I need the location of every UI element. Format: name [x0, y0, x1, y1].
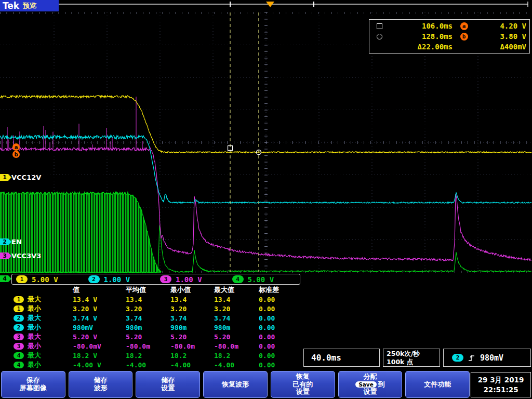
- measurement-header: 标准差: [258, 285, 300, 295]
- channel-2-pill: 2: [88, 275, 100, 283]
- acquisition-readout: 250k次/秒 100k 点: [383, 349, 440, 367]
- measurement-cell: 3.20: [213, 305, 258, 313]
- cursor-b-time: 128.0ms: [390, 32, 453, 41]
- channel-badge: 3: [14, 334, 24, 340]
- stat-label: 最大: [28, 313, 41, 323]
- measurement-cell: 3.74: [213, 314, 258, 322]
- measurement-cell: 18.2: [213, 352, 258, 360]
- measurement-cell: -80.0m: [169, 342, 213, 350]
- measurement-header: 最小值: [169, 285, 213, 295]
- channel-badge: 1: [14, 296, 24, 303]
- channel-3-scale[interactable]: 3 1.00 V: [156, 275, 228, 284]
- measurement-cell: 3.20 V: [72, 305, 125, 313]
- channel-badge: 3: [14, 343, 24, 350]
- channel-2-scale-value: 1.00 V: [104, 275, 130, 284]
- softkey-menu: 保存屏幕图像 储存波形 储存设置 恢复波形 恢复已有的设置 分配 Save到 设…: [1, 371, 470, 398]
- cursor-a-time: 106.0ms: [390, 22, 453, 30]
- measurement-cell: 0.00: [258, 352, 300, 360]
- timebase-readout: 40.0ms: [303, 349, 380, 367]
- channel-1-scale[interactable]: 1 5.00 V: [12, 275, 84, 284]
- measurement-cell: 980m: [125, 324, 169, 331]
- measurement-cell: 0.00: [258, 342, 300, 350]
- measurement-row-label: 1最大: [11, 295, 72, 304]
- stat-label: 最小: [28, 341, 41, 351]
- channel-badge: 2: [14, 315, 24, 322]
- cursor-a-level-badge[interactable]: a: [12, 143, 20, 151]
- measurement-cell: -4.00: [213, 361, 258, 369]
- cursor-a-badge-icon: a: [460, 22, 468, 30]
- trigger-source-pill: 2: [452, 354, 463, 362]
- menu-button-file-utilities[interactable]: 文件功能: [405, 371, 470, 398]
- measurement-cell: 0.00: [258, 314, 300, 322]
- measurement-cell: 5.20: [169, 333, 213, 341]
- channel-4-pill: 4: [232, 275, 244, 283]
- measurement-row-label: 4最小: [11, 360, 72, 369]
- brand-bar: Tek 预览: [0, 0, 59, 11]
- acquisition-mode-label: 预览: [23, 1, 36, 10]
- menu-button-save-waveform[interactable]: 储存波形: [69, 371, 133, 398]
- measurement-cell: -80.0m: [213, 342, 258, 350]
- cursor-delta-time: Δ22.00ms: [390, 43, 453, 51]
- measurement-cell: 0.00: [258, 296, 300, 303]
- menu-button-save-setup[interactable]: 储存设置: [136, 371, 200, 398]
- channel-1-label: VCC12V: [11, 174, 41, 181]
- measurement-cell: 3.74: [125, 314, 169, 322]
- stat-label: 最大: [28, 295, 41, 304]
- measurement-cell: -80.0m: [125, 342, 169, 350]
- measurement-row-label: 1最小: [11, 304, 72, 313]
- channel-1-scale-value: 5.00 V: [32, 275, 58, 284]
- menu-button-save-screen[interactable]: 保存屏幕图像: [1, 371, 65, 398]
- measurement-cell: 0.00: [258, 305, 300, 313]
- channel-badge: 2: [14, 324, 24, 331]
- measurement-cell: 5.20: [213, 333, 258, 341]
- measurement-cell: -4.00: [169, 361, 213, 369]
- measurement-row-label: 2最大: [11, 313, 72, 323]
- record-view-bar: [55, 2, 528, 7]
- measurement-cell: 18.2: [169, 352, 213, 360]
- time-label: 22:51:25: [483, 385, 518, 394]
- cursor-delta-value: Δ400mV: [475, 43, 526, 51]
- measurement-row-label: 2最小: [11, 323, 72, 332]
- channel-4-scale[interactable]: 4 5.00 V: [228, 275, 300, 284]
- menu-button-recall-setup[interactable]: 恢复已有的设置: [271, 371, 335, 398]
- channel-1-pill: 1: [16, 275, 28, 283]
- measurement-cell: 3.20: [125, 305, 169, 313]
- measurement-cell: 0.00: [258, 361, 300, 369]
- trigger-level: 980mV: [480, 353, 503, 363]
- channel-badge: 1: [14, 305, 24, 312]
- menu-button-recall-waveform[interactable]: 恢复波形: [203, 371, 268, 398]
- measurement-cell: 18.2: [125, 352, 169, 360]
- cursor-a-square-icon: [377, 23, 382, 29]
- channel-badge: 4: [14, 352, 24, 359]
- save-key-icon: Save: [355, 381, 377, 388]
- measurement-cell: 5.20: [125, 333, 169, 341]
- stat-label: 最小: [28, 360, 41, 369]
- record-length: 100k 点: [387, 358, 440, 366]
- measurement-row-label: 3最大: [11, 332, 72, 341]
- measurement-row-label: 4最大: [11, 351, 72, 360]
- stat-label: 最小: [28, 304, 41, 313]
- measurement-header: 平均值: [125, 285, 169, 295]
- measurement-cell: 13.4: [125, 296, 169, 303]
- cursor-b-level-badge[interactable]: b: [12, 151, 20, 158]
- measurement-cell: 13.4: [169, 296, 213, 303]
- cursor-readout-box: 106.0ms a 4.20 V 128.0ms b 3.80 V Δ22.00…: [369, 19, 530, 54]
- stat-label: 最大: [28, 332, 41, 341]
- rising-edge-icon: [468, 354, 475, 362]
- oscilloscope-screen: Tek 预览 1 VCC12V 2 EN 3 VCC3V3 4 a b 106.…: [0, 0, 532, 399]
- measurement-cell: 3.74: [169, 314, 213, 322]
- channel-2-scale[interactable]: 2 1.00 V: [84, 275, 156, 284]
- measurement-row-label: 3最小: [11, 341, 72, 351]
- measurement-cell: 13.4: [213, 296, 258, 303]
- measurement-cell: 980m: [213, 324, 258, 331]
- channel-3-label: VCC3V3: [11, 252, 41, 260]
- measurement-cell: 13.4 V: [72, 296, 125, 303]
- measurement-header: 值: [72, 285, 125, 295]
- cursor-b-circle-icon: [377, 34, 382, 39]
- menu-button-assign-save[interactable]: 分配 Save到 设置: [338, 371, 403, 398]
- sample-rate: 250k次/秒: [387, 350, 440, 358]
- measurement-cell: 980m: [169, 324, 213, 331]
- vertical-scale-bar: 1 5.00 V 2 1.00 V 3 1.00 V 4 5.00 V: [11, 274, 300, 285]
- channel-3-scale-value: 1.00 V: [176, 275, 202, 284]
- brand-logo: Tek: [3, 1, 19, 11]
